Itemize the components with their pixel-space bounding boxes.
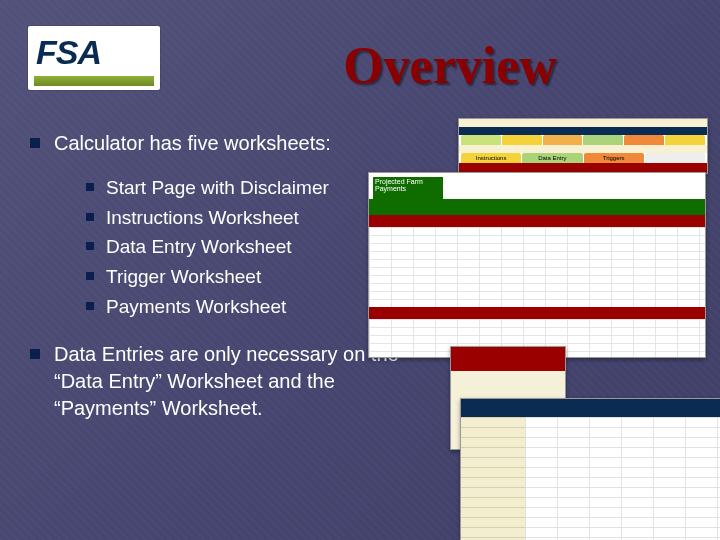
logo-accent-bar xyxy=(34,76,154,86)
thumbnail-main-label: Projected Farm Payments xyxy=(373,177,443,199)
slide: FSA Overview Calculator has five workshe… xyxy=(0,0,720,540)
bullet-1-text: Calculator has five worksheets: xyxy=(54,132,331,154)
thumbnail-mid-tabs: Instructions Data Entry Triggers xyxy=(459,153,707,163)
thumbnail-top: Instructions Data Entry Triggers xyxy=(458,118,708,174)
logo-text: FSA xyxy=(34,35,101,69)
slide-title: Overview xyxy=(200,36,700,95)
thumbnail-bottom xyxy=(460,398,720,540)
thumbnail-top-tabs xyxy=(459,135,707,145)
thumbnail-main: Projected Farm Payments xyxy=(368,172,706,358)
fsa-logo: FSA xyxy=(28,26,160,90)
